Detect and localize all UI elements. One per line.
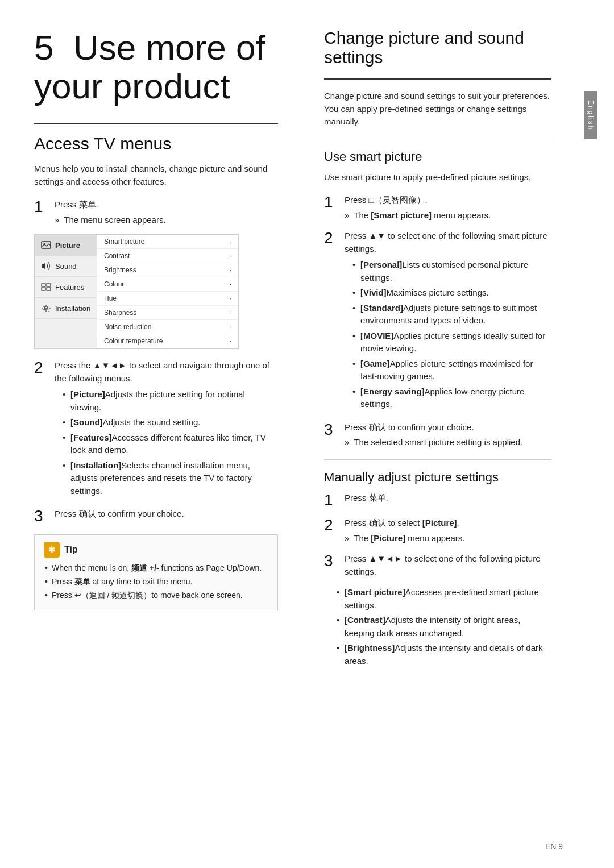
menu-sound-label: Sound	[55, 262, 77, 271]
smart-step-1: 1 Press □（灵智图像）. » The [Smart picture] m…	[324, 194, 551, 222]
section1-intro: Menus help you to install channels, chan…	[34, 163, 278, 188]
right-column-content: Change picture and sound settings Change…	[324, 28, 574, 667]
menu-option-smart-picture: Smart picture·	[97, 235, 238, 249]
bullet-sound: [Sound]Adjusts the sound setting.	[60, 416, 278, 429]
svg-rect-4	[47, 284, 51, 286]
smart-step-2-content: Press ▲▼ to select one of the following …	[345, 230, 551, 413]
menu-option-noise: Noise reduction·	[97, 320, 238, 334]
menu-screenshot: Picture Sound Features	[34, 234, 239, 349]
step-2-bullets: [Picture]Adjusts the picture setting for…	[55, 388, 278, 497]
tip-item-1: When the menu is on, 频道 +/- functions as…	[44, 562, 268, 574]
features-icon	[40, 281, 52, 293]
step-2-content: Press the ▲▼◄► to select and navigate th…	[55, 359, 278, 500]
step-1-label: Press 菜单.	[55, 200, 98, 209]
right-column: Change picture and sound settings Change…	[301, 0, 597, 868]
section1-title: Access TV menus	[34, 134, 278, 153]
tip-title: Tip	[64, 545, 78, 555]
bullet-features: [Features]Accesses different features li…	[60, 431, 278, 457]
menu-sidebar: Picture Sound Features	[35, 235, 97, 348]
left-column: 5 Use more ofyour product Access TV menu…	[0, 0, 301, 868]
smart-step-3-result: » The selected smart picture setting is …	[345, 436, 551, 449]
step-1-content: Press 菜单. » The menu screen appears.	[55, 198, 278, 226]
english-tab: English	[584, 91, 597, 139]
manual-step-3: 3 Press ▲▼◄► to select one of the follow…	[324, 553, 551, 578]
manual-bullets: [Smart picture]Accesses pre-defined smar…	[324, 586, 551, 667]
manual-bullet-brightness: [Brightness]Adjusts the intensity and de…	[334, 642, 551, 667]
step-3: 3 Press 确认 to confirm your choice.	[34, 508, 278, 525]
manual-step-3-label: Press ▲▼◄► to select one of the followin…	[345, 554, 541, 576]
bullet-installation: [Installation]Selects channel installati…	[60, 459, 278, 498]
tip-box: ✱ Tip When the menu is on, 频道 +/- functi…	[34, 534, 278, 610]
manual-step-2: 2 Press 确认 to select [Picture]. » The [P…	[324, 517, 551, 545]
manual-step-2-result-text: The [Picture] menu appears.	[354, 532, 464, 545]
subsection2-divider	[324, 459, 551, 460]
manual-step-1-content: Press 菜单.	[345, 492, 551, 505]
smart-step-1-content: Press □（灵智图像）. » The [Smart picture] men…	[345, 194, 551, 222]
page-number: EN 9	[545, 842, 563, 851]
menu-layout: Picture Sound Features	[35, 235, 238, 348]
menu-installation-label: Installation	[55, 304, 90, 313]
smart-step-1-label: Press □（灵智图像）.	[345, 195, 428, 205]
right-section-title: Change picture and sound settings	[324, 28, 551, 67]
right-section-divider	[324, 78, 551, 80]
menu-options: Smart picture· Contrast· Brightness· Col…	[97, 235, 238, 348]
subsection1-title: Use smart picture	[324, 149, 551, 164]
smart-bullet-game: [Game]Applies picture settings maximised…	[350, 358, 551, 383]
smart-intro: Use smart picture to apply pre-defined p…	[324, 171, 551, 184]
smart-step-3-label: Press 确认 to confirm your choice.	[345, 422, 474, 432]
step-1-result: » The menu screen appears.	[55, 214, 278, 227]
smart-bullet-personal: [Personal]Lists customised personal pict…	[350, 259, 551, 284]
section-divider	[34, 123, 278, 124]
smart-step-3-content: Press 确认 to confirm your choice. » The s…	[345, 421, 551, 449]
bullet-picture: [Picture]Adjusts the picture setting for…	[60, 388, 278, 414]
manual-bullet-smartpicture: [Smart picture]Accesses pre-defined smar…	[334, 586, 551, 612]
menu-option-contrast: Contrast·	[97, 249, 238, 263]
step-2: 2 Press the ▲▼◄► to select and navigate …	[34, 359, 278, 500]
arrow-icon-4: »	[345, 532, 349, 545]
manual-bullet-contrast: [Contrast]Adjusts the intensity of brigh…	[334, 614, 551, 639]
svg-rect-3	[42, 288, 45, 290]
tip-icon: ✱	[44, 542, 60, 558]
picture-icon	[40, 239, 52, 251]
svg-rect-2	[42, 284, 45, 286]
menu-option-hue: Hue·	[97, 292, 238, 306]
smart-step-3: 3 Press 确认 to confirm your choice. » The…	[324, 421, 551, 449]
smart-bullet-vivid: [Vivid]Maximises picture settings.	[350, 286, 551, 300]
sound-icon	[40, 260, 52, 272]
smart-step-1-result: » The [Smart picture] menu appears.	[345, 209, 551, 222]
arrow-icon-2: »	[345, 209, 349, 222]
menu-picture-label: Picture	[55, 241, 80, 250]
arrow-icon-3: »	[345, 436, 349, 449]
step-1: 1 Press 菜单. » The menu screen appears.	[34, 198, 278, 226]
smart-step-1-number: 1	[324, 194, 345, 211]
svg-point-7	[45, 308, 47, 309]
subsection1-divider	[324, 139, 551, 139]
step-2-label: Press the ▲▼◄► to select and navigate th…	[55, 360, 269, 383]
smart-step-2-label: Press ▲▼ to select one of the following …	[345, 231, 547, 254]
menu-item-features: Features	[35, 277, 97, 298]
arrow-icon: »	[55, 214, 59, 227]
smart-bullet-movie: [MOVIE]Applies picture settings ideally …	[350, 330, 551, 355]
smart-step-2: 2 Press ▲▼ to select one of the followin…	[324, 230, 551, 413]
manual-step-2-result: » The [Picture] menu appears.	[345, 532, 551, 545]
step-1-number: 1	[34, 198, 55, 216]
manual-step-2-content: Press 确认 to select [Picture]. » The [Pic…	[345, 517, 551, 545]
right-intro: Change picture and sound settings to sui…	[324, 90, 551, 128]
smart-bullet-standard: [Standard]Adjusts picture settings to su…	[350, 302, 551, 327]
menu-option-colour-temp: Colour temperature·	[97, 334, 238, 348]
menu-option-brightness: Brightness·	[97, 263, 238, 277]
smart-step-3-number: 3	[324, 421, 345, 439]
step-3-number: 3	[34, 508, 55, 525]
step-3-content: Press 确认 to confirm your choice.	[55, 508, 278, 521]
smart-step-2-number: 2	[324, 230, 345, 247]
manual-step-2-number: 2	[324, 517, 345, 534]
installation-icon	[40, 302, 52, 314]
subsection2-title: Manually adjust picture settings	[324, 470, 551, 485]
step-2-number: 2	[34, 359, 55, 377]
chapter-number: 5	[34, 28, 53, 67]
manual-step-3-number: 3	[324, 553, 345, 570]
page-container: 5 Use more ofyour product Access TV menu…	[0, 0, 614, 868]
menu-option-sharpness: Sharpness·	[97, 306, 238, 320]
manual-step-1-number: 1	[324, 492, 345, 509]
menu-item-installation: Installation	[35, 298, 97, 319]
